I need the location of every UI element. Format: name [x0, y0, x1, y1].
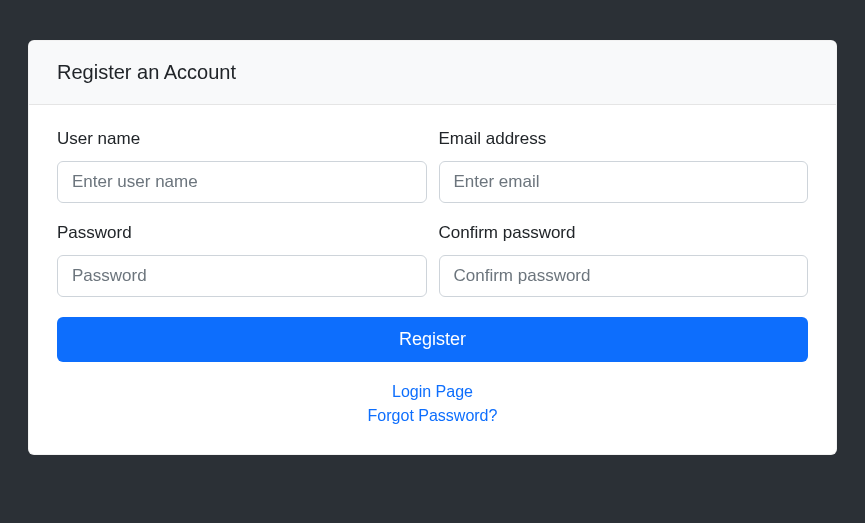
card-body: User name Email address Password Confirm… [29, 105, 836, 454]
register-card: Register an Account User name Email addr… [28, 40, 837, 455]
email-label: Email address [439, 129, 809, 149]
confirm-password-group: Confirm password [439, 223, 809, 297]
links: Login Page Forgot Password? [57, 380, 808, 428]
confirm-password-input[interactable] [439, 255, 809, 297]
card-title: Register an Account [29, 41, 836, 105]
username-label: User name [57, 129, 427, 149]
register-button[interactable]: Register [57, 317, 808, 362]
password-label: Password [57, 223, 427, 243]
email-group: Email address [439, 129, 809, 203]
forgot-password-link[interactable]: Forgot Password? [57, 404, 808, 428]
username-group: User name [57, 129, 427, 203]
password-input[interactable] [57, 255, 427, 297]
confirm-password-label: Confirm password [439, 223, 809, 243]
username-input[interactable] [57, 161, 427, 203]
form-row-1: User name Email address [57, 129, 808, 203]
form-row-2: Password Confirm password [57, 223, 808, 297]
login-page-link[interactable]: Login Page [57, 380, 808, 404]
password-group: Password [57, 223, 427, 297]
email-input[interactable] [439, 161, 809, 203]
